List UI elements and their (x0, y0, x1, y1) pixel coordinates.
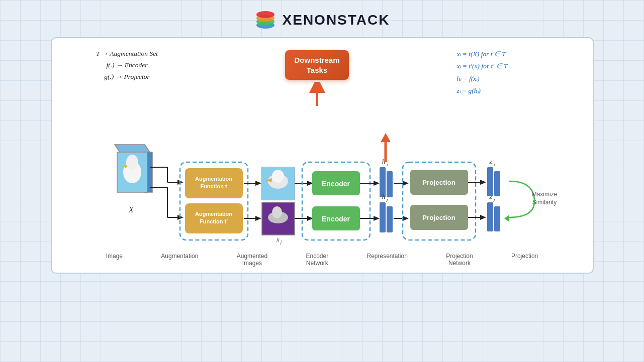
svg-rect-64 (380, 202, 386, 232)
svg-rect-25 (185, 203, 243, 233)
svg-marker-67 (403, 181, 409, 186)
downstream-arrow-up (308, 82, 326, 107)
svg-text:i: i (387, 162, 388, 167)
downstream-block: Downstream Tasks (285, 50, 348, 107)
formula-line2: f(.) → Encoder (77, 60, 177, 71)
header: XENONSTACK (0, 0, 644, 37)
svg-rect-33 (262, 167, 295, 200)
svg-point-36 (272, 170, 284, 183)
svg-marker-46 (307, 181, 313, 186)
svg-text:x: x (276, 200, 280, 208)
svg-rect-73 (410, 205, 468, 230)
svg-text:X: X (128, 205, 134, 214)
svg-text:Function t: Function t (200, 183, 227, 189)
page-container: XENONSTACK T → Augmentation Set f(.) → E… (0, 0, 644, 362)
equations-block: xᵢ = t(X) for t ∈ T xⱼ = t′(x) for t′ ∈ … (457, 48, 568, 97)
svg-point-35 (268, 174, 288, 189)
label-augmented-images: Augmented Images (237, 253, 267, 267)
svg-text:j: j (386, 197, 388, 202)
svg-text:h: h (382, 193, 385, 200)
svg-marker-37 (267, 178, 272, 182)
svg-point-3 (256, 11, 274, 18)
label-augmentation: Augmentation (161, 253, 198, 267)
label-encoder-network: Encoder Network (306, 253, 328, 267)
svg-text:j: j (493, 197, 495, 202)
svg-rect-82 (494, 171, 500, 196)
svg-marker-76 (480, 180, 486, 185)
svg-rect-61 (387, 171, 393, 197)
svg-rect-9 (118, 153, 147, 192)
eq3: hᵢ = f(xᵢ) (457, 73, 568, 85)
svg-text:Projection: Projection (422, 214, 455, 221)
svg-rect-60 (380, 167, 386, 197)
brand-name: XENONSTACK (283, 12, 390, 28)
svg-rect-7 (145, 152, 152, 192)
flow-svg: X Augmentation Function t Augmentation F… (72, 112, 573, 263)
svg-rect-85 (487, 202, 493, 231)
formula-line1: T → Augmentation Set (77, 48, 177, 60)
flow-diagram: X Augmentation Function t Augmentation F… (72, 112, 573, 263)
eq2: xⱼ = t′(x) for t′ ∈ T (457, 60, 568, 72)
eq1: xᵢ = t(X) for t ∈ T (457, 48, 568, 60)
svg-marker-17 (177, 180, 183, 185)
svg-marker-48 (307, 216, 313, 221)
svg-rect-28 (180, 162, 248, 240)
svg-rect-71 (410, 170, 468, 195)
svg-rect-86 (494, 206, 500, 231)
svg-text:z: z (489, 193, 492, 200)
svg-marker-32 (255, 216, 261, 221)
svg-text:z: z (489, 158, 492, 165)
svg-text:x: x (276, 235, 280, 243)
svg-rect-34 (262, 167, 295, 200)
svg-text:Augmentation: Augmentation (195, 176, 232, 182)
diagram-card: T → Augmentation Set f(.) → Encoder g(.)… (51, 37, 594, 274)
svg-rect-50 (312, 171, 360, 195)
svg-rect-49 (302, 162, 370, 240)
svg-text:j: j (280, 239, 282, 245)
svg-marker-57 (374, 216, 380, 221)
svg-point-41 (268, 211, 288, 223)
svg-rect-52 (312, 206, 360, 230)
svg-text:i: i (280, 204, 282, 209)
svg-rect-70 (403, 162, 476, 240)
xenonstack-logo-icon (254, 9, 277, 31)
top-section: T → Augmentation Set f(.) → Encoder g(.)… (67, 48, 578, 107)
svg-text:Encoder: Encoder (321, 215, 350, 223)
formula-line3: g(.) → Projector (77, 71, 177, 83)
label-projection: Projection (511, 253, 538, 267)
downstream-tasks-button[interactable]: Downstream Tasks (285, 50, 348, 80)
svg-marker-12 (122, 165, 127, 168)
svg-rect-81 (487, 167, 493, 196)
svg-text:Similarity: Similarity (532, 199, 557, 206)
svg-rect-40 (262, 202, 295, 235)
svg-text:Projection: Projection (422, 179, 455, 186)
svg-marker-30 (255, 181, 261, 186)
svg-text:Maximize: Maximize (531, 191, 557, 198)
svg-marker-21 (177, 215, 183, 220)
svg-text:Function t′: Function t′ (200, 218, 228, 224)
svg-point-11 (126, 155, 138, 170)
svg-rect-65 (387, 206, 393, 232)
label-representation: Representation (366, 253, 407, 267)
eq4: zᵢ = g(hᵢ) (457, 85, 568, 97)
svg-marker-91 (381, 133, 391, 142)
svg-text:i: i (494, 162, 495, 167)
svg-text:Augmentation: Augmentation (195, 211, 232, 217)
label-image: Image (106, 253, 123, 267)
svg-marker-6 (115, 145, 150, 152)
svg-marker-87 (504, 215, 509, 222)
label-projection-network: Projection Network (446, 253, 473, 267)
svg-text:Encoder: Encoder (321, 180, 350, 188)
svg-marker-69 (403, 216, 409, 221)
svg-marker-55 (374, 181, 380, 186)
svg-rect-8 (117, 152, 147, 192)
formula-block: T → Augmentation Set f(.) → Encoder g(.)… (77, 48, 177, 83)
bottom-labels-row: Image Augmentation Augmented Images Enco… (72, 253, 573, 267)
svg-point-42 (272, 206, 282, 218)
svg-rect-22 (185, 168, 243, 198)
svg-point-10 (123, 161, 141, 183)
svg-text:h: h (382, 158, 385, 165)
svg-marker-78 (480, 215, 486, 220)
